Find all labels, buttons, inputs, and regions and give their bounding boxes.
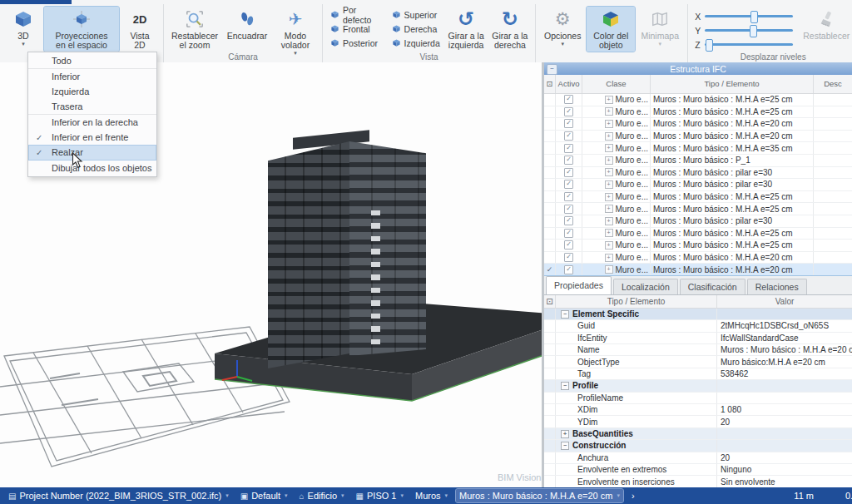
view-preset-button[interactable]: Derecha [389, 22, 443, 36]
pin-column-icon[interactable]: ⊡ [544, 75, 556, 93]
frame-button[interactable]: Encuadrar [223, 7, 271, 42]
checkbox-checked-icon[interactable]: ✓ [564, 240, 573, 250]
expand-icon[interactable]: + [605, 156, 613, 165]
row-active-cell[interactable]: ✓ [556, 106, 582, 118]
row-active-cell[interactable]: ✓ [556, 228, 582, 240]
rotate-right-button[interactable]: ↻ Girar a la derecha [489, 7, 532, 52]
expand-icon[interactable]: + [605, 229, 613, 237]
prop-value-cell[interactable]: Sin envolvente [717, 476, 852, 487]
group-expander-icon[interactable]: − [561, 442, 569, 450]
prop-value-cell[interactable]: 538462 [717, 368, 852, 379]
ifc-table-row[interactable]: ✓ ✓ +Muro e... Muros : Muro básico : M.H… [544, 142, 852, 155]
expand-icon[interactable]: + [605, 265, 613, 274]
expand-icon[interactable]: + [605, 193, 613, 201]
prop-value-cell[interactable]: IfcWallStandardCase [717, 333, 852, 343]
checkbox-checked-icon[interactable]: ✓ [564, 180, 573, 189]
ifc-table-row[interactable]: ✓ ✓ +Muro e... Muros : Muro básico : M.H… [544, 106, 852, 119]
prop-value-cell[interactable]: Ninguno [717, 464, 852, 475]
view-preset-button[interactable]: Posterior [328, 36, 386, 50]
property-row[interactable]: Guid 2tMHcqHc1DSBCrsd_oN65S [544, 320, 852, 332]
expand-icon[interactable]: + [605, 96, 613, 104]
reset-levels-button[interactable]: Restablecer [799, 7, 852, 42]
property-row[interactable]: −Profile [544, 380, 852, 392]
breadcrumb-item[interactable]: ▣ Default ▾ [237, 489, 291, 502]
property-row[interactable]: Envolvente en inserciones Sin envolvente [544, 476, 852, 487]
row-active-cell[interactable]: ✓ [556, 240, 582, 251]
row-active-cell[interactable]: ✓ [556, 179, 582, 190]
row-active-cell[interactable]: ✓ [556, 155, 582, 166]
col-prop-valor[interactable]: Valor [717, 295, 852, 308]
view-preset-button[interactable]: Izquierda [389, 36, 443, 50]
checkbox-checked-icon[interactable]: ✓ [564, 131, 573, 141]
group-expander-icon[interactable]: − [561, 382, 569, 390]
ifc-table-row[interactable]: ✓ ✓ +Muro e... Muros : Muro básico : pil… [544, 179, 852, 191]
col-prop-tipo[interactable]: Tipo / Elemento [556, 295, 717, 308]
prop-value-cell[interactable]: 20 [717, 416, 852, 427]
minimap-button[interactable]: Minimapa ▾ [637, 7, 683, 48]
property-row[interactable]: Anchura 20 [544, 452, 852, 464]
ifc-table-row[interactable]: ✓ ✓ +Muro e... Muros : Muro básico : M.H… [544, 191, 852, 204]
property-row[interactable]: Name Muros : Muro básico : M.H.A e=20 cm [544, 344, 852, 356]
breadcrumb-item[interactable]: ▤ Project Number (2022_BIM_3RIOS_STR_002… [5, 489, 232, 502]
row-active-cell[interactable]: ✓ [556, 215, 582, 227]
checkbox-checked-icon[interactable]: ✓ [564, 95, 573, 104]
object-color-button[interactable]: Color del objeto [587, 7, 635, 52]
expand-icon[interactable]: + [605, 132, 613, 141]
slider-handle[interactable] [750, 25, 757, 37]
row-active-cell[interactable]: ✓ [556, 131, 582, 142]
ifc-table-row[interactable]: ✓ ✓ +Muro e... Muros : Muro básico : M.H… [544, 252, 852, 264]
slider-track[interactable] [705, 29, 793, 32]
view-2d-button[interactable]: 2D Vista 2D [121, 7, 159, 52]
expand-icon[interactable]: + [605, 217, 613, 225]
checkbox-checked-icon[interactable]: ✓ [564, 144, 573, 153]
slider-track[interactable] [705, 15, 793, 17]
ifc-table-row[interactable]: ✓ ✓ +Muro e... Muros : Muro básico : M.H… [544, 228, 852, 240]
prop-value-cell[interactable]: 2tMHcqHc1DSBCrsd_oN65S [717, 320, 852, 331]
row-active-cell[interactable]: ✓ [556, 118, 582, 130]
reset-zoom-button[interactable]: Restablecer el zoom [168, 7, 221, 52]
checkbox-checked-icon[interactable]: ✓ [564, 229, 573, 238]
expand-icon[interactable]: + [605, 120, 613, 128]
row-active-cell[interactable]: ✓ [556, 142, 582, 154]
view-3d-button[interactable]: 3D ▾ [4, 7, 42, 48]
collapse-panel-icon[interactable]: − [547, 64, 557, 75]
ifc-table-row[interactable]: ✓ ✓ +Muro e... Muros : Muro básico : M.H… [544, 264, 852, 276]
options-button[interactable]: ⚙ Opciones ▾ [540, 7, 585, 48]
expand-icon[interactable]: + [605, 168, 613, 176]
property-row[interactable]: ObjectType Muro básico:M.H.A e=20 cm [544, 356, 852, 368]
prop-value-cell[interactable]: 20 [717, 452, 852, 463]
slider-track[interactable] [705, 43, 793, 46]
expand-icon[interactable]: + [605, 144, 613, 152]
checkbox-checked-icon[interactable]: ✓ [564, 192, 573, 201]
breadcrumb-item[interactable]: ▦ PISO 1 ▾ [353, 489, 407, 502]
expand-icon[interactable]: + [605, 205, 613, 213]
breadcrumb-item[interactable]: Muros : Muro básico : M.H.A e=20 cm ▾ [456, 489, 623, 502]
properties-tab[interactable]: Localización [613, 279, 678, 294]
prop-value-cell[interactable] [717, 309, 852, 319]
view-preset-button[interactable]: Por defecto [328, 7, 386, 22]
property-row[interactable]: ProfileName [544, 393, 852, 404]
expand-icon[interactable]: + [605, 241, 613, 250]
menu-item[interactable]: ✓ Inferior [28, 69, 156, 84]
checkbox-checked-icon[interactable]: ✓ [564, 253, 573, 262]
ifc-table-row[interactable]: ✓ ✓ +Muro e... Muros : Muro básico : M.H… [544, 94, 852, 106]
ifc-table-row[interactable]: ✓ ✓ +Muro e... Muros : Muro básico : P_1 [544, 155, 852, 167]
property-row[interactable]: Envolvente en extremos Ninguno [544, 464, 852, 476]
ifc-table-row[interactable]: ✓ ✓ +Muro e... Muros : Muro básico : pil… [544, 167, 852, 180]
property-row[interactable]: Tag 538462 [544, 368, 852, 380]
checkbox-checked-icon[interactable]: ✓ [564, 119, 573, 128]
prop-value-cell[interactable] [717, 393, 852, 403]
row-active-cell[interactable]: ✓ [556, 252, 582, 264]
ifc-table-row[interactable]: ✓ ✓ +Muro e... Muros : Muro básico : M.H… [544, 118, 852, 131]
menu-item[interactable]: ✓ Trasera [28, 99, 156, 115]
group-expander-icon[interactable]: + [561, 430, 569, 438]
row-active-cell[interactable]: ✓ [556, 203, 582, 215]
menu-item[interactable]: ✓ Inferior en el frente [28, 130, 156, 145]
menu-item[interactable]: ✓ Izquierda [28, 84, 156, 99]
rotate-left-button[interactable]: ↺ Girar a la izquierda [445, 7, 488, 52]
expand-icon[interactable]: + [605, 107, 613, 116]
ifc-table-row[interactable]: ✓ ✓ +Muro e... Muros : Muro básico : M.H… [544, 131, 852, 143]
checkbox-checked-icon[interactable]: ✓ [564, 168, 573, 177]
pin-column-icon[interactable]: ⊡ [544, 295, 556, 308]
col-tipo-elemento[interactable]: Tipo / Elemento [651, 75, 814, 93]
